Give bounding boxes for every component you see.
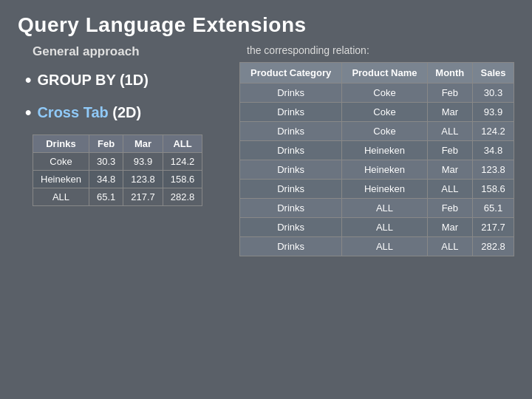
cell-0-1: Coke <box>342 83 427 103</box>
cell-3-1: Heineken <box>342 141 427 160</box>
cell-0-0: Drinks <box>240 83 342 103</box>
cell-1-2: Mar <box>427 103 472 122</box>
cell-7-0: Drinks <box>240 218 342 237</box>
cross-tab-cell-1-0: 34.8 <box>89 171 123 188</box>
cell-5-2: ALL <box>427 180 472 199</box>
content-area: General approach • GROUP BY (1D) • Cross… <box>18 44 514 256</box>
cell-8-2: ALL <box>427 237 472 256</box>
cross-tab-row-2: ALL 65.1 217.7 282.8 <box>33 188 202 206</box>
cross-tab-highlight: Cross Tab <box>37 104 108 120</box>
table-row: Drinks Coke Mar 93.9 <box>240 103 514 122</box>
table-row: Drinks Heineken ALL 158.6 <box>240 180 514 199</box>
relation-label: the corresponding relation: <box>247 44 514 56</box>
cell-6-0: Drinks <box>240 199 342 218</box>
bullet-dot-1: • <box>25 69 31 90</box>
cell-2-2: ALL <box>427 122 472 141</box>
cross-tab-col-header-2: Mar <box>123 135 163 153</box>
cross-tab-col-header-3: ALL <box>163 135 202 153</box>
cell-3-2: Feb <box>427 141 472 160</box>
bullet-cross-tab-label: Cross Tab (2D) <box>37 104 141 121</box>
table-row: Drinks ALL Feb 65.1 <box>240 199 514 218</box>
cross-tab-cell-1-label: Heineken <box>33 171 89 188</box>
cell-7-3: 217.7 <box>473 218 514 237</box>
cross-tab-cell-0-label: Coke <box>33 153 89 171</box>
cell-6-2: Feb <box>427 199 472 218</box>
cell-4-0: Drinks <box>240 160 342 180</box>
cell-0-2: Feb <box>427 83 472 103</box>
cross-tab-cell-2-label: ALL <box>33 188 89 206</box>
main-table-header-3: Sales <box>473 63 514 83</box>
cross-tab-table: Drinks Feb Mar ALL Coke 30.3 93.9 124.2 … <box>33 134 202 206</box>
cell-5-3: 158.6 <box>473 180 514 199</box>
right-panel: the corresponding relation: Product Cate… <box>239 44 514 256</box>
page: Query Language Extensions General approa… <box>0 0 532 399</box>
table-row: Drinks Coke Feb 30.3 <box>240 83 514 103</box>
bullet-group-by-label: GROUP BY (1D) <box>37 72 148 89</box>
left-panel: General approach • GROUP BY (1D) • Cross… <box>18 44 239 256</box>
cross-tab-cell-2-1: 217.7 <box>123 188 163 206</box>
cell-2-0: Drinks <box>240 122 342 141</box>
table-row: Drinks Coke ALL 124.2 <box>240 122 514 141</box>
table-row: Drinks Heineken Feb 34.8 <box>240 141 514 160</box>
table-row: Drinks ALL Mar 217.7 <box>240 218 514 237</box>
cell-8-3: 282.8 <box>473 237 514 256</box>
main-title: Query Language Extensions <box>18 13 514 37</box>
cross-tab-col-header-1: Feb <box>89 135 123 153</box>
cross-tab-row-1: Heineken 34.8 123.8 158.6 <box>33 171 202 188</box>
bullet-group-by: • GROUP BY (1D) <box>25 69 232 90</box>
cross-tab-cell-0-2: 124.2 <box>163 153 202 171</box>
main-table-header-2: Month <box>427 63 472 83</box>
cross-tab-cell-2-2: 282.8 <box>163 188 202 206</box>
cell-0-3: 30.3 <box>473 83 514 103</box>
cross-tab-cell-0-1: 93.9 <box>123 153 163 171</box>
cell-2-3: 124.2 <box>473 122 514 141</box>
main-table: Product Category Product Name Month Sale… <box>239 62 514 256</box>
cell-7-1: ALL <box>342 218 427 237</box>
cross-tab-cell-2-0: 65.1 <box>89 188 123 206</box>
cross-tab-cell-1-2: 158.6 <box>163 171 202 188</box>
cell-8-0: Drinks <box>240 237 342 256</box>
cell-5-0: Drinks <box>240 180 342 199</box>
section-title: General approach <box>33 44 232 59</box>
bullet-cross-tab: • Cross Tab (2D) <box>25 102 232 123</box>
cell-8-1: ALL <box>342 237 427 256</box>
table-row: Drinks ALL ALL 282.8 <box>240 237 514 256</box>
cell-3-3: 34.8 <box>473 141 514 160</box>
main-table-header-1: Product Name <box>342 63 427 83</box>
cell-1-3: 93.9 <box>473 103 514 122</box>
cell-4-1: Heineken <box>342 160 427 180</box>
cell-1-1: Coke <box>342 103 427 122</box>
cell-6-1: ALL <box>342 199 427 218</box>
cross-tab-cell-0-0: 30.3 <box>89 153 123 171</box>
cell-1-0: Drinks <box>240 103 342 122</box>
cell-4-3: 123.8 <box>473 160 514 180</box>
cell-4-2: Mar <box>427 160 472 180</box>
cell-3-0: Drinks <box>240 141 342 160</box>
cell-2-1: Coke <box>342 122 427 141</box>
cross-tab-row-0: Coke 30.3 93.9 124.2 <box>33 153 202 171</box>
cell-5-1: Heineken <box>342 180 427 199</box>
cell-6-3: 65.1 <box>473 199 514 218</box>
table-row: Drinks Heineken Mar 123.8 <box>240 160 514 180</box>
cell-7-2: Mar <box>427 218 472 237</box>
cross-tab-cell-1-1: 123.8 <box>123 171 163 188</box>
bullet-dot-2: • <box>25 102 31 123</box>
main-table-header-0: Product Category <box>240 63 342 83</box>
cross-tab-col-header-0: Drinks <box>33 135 89 153</box>
